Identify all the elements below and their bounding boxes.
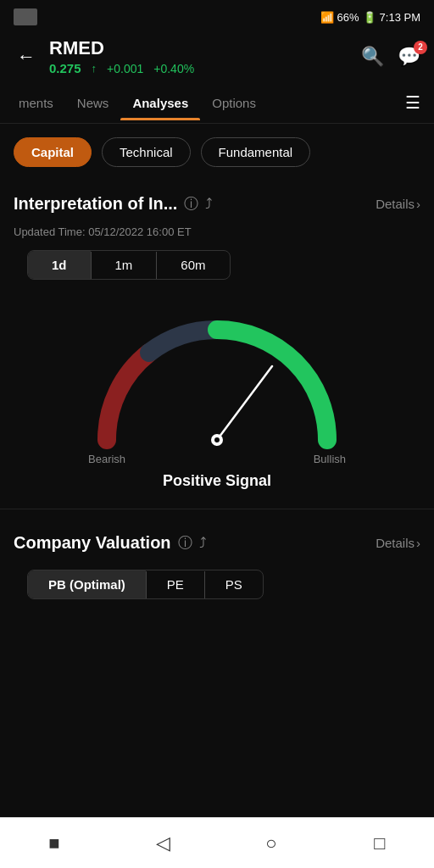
tab-menu-icon[interactable]: ☰: [398, 82, 427, 123]
valuation-share-icon[interactable]: ⤴: [199, 535, 207, 552]
nav-recent-button[interactable]: □: [359, 823, 400, 864]
gauge-signal: Positive Signal: [163, 472, 271, 490]
pill-capital[interactable]: Capital: [14, 137, 92, 167]
battery-icon: 🔋: [363, 11, 376, 24]
details-link[interactable]: Details ›: [376, 197, 420, 211]
valuation-title: Company Valuation: [14, 533, 171, 553]
signal-icon: 📶: [320, 11, 334, 24]
back-nav-icon: ◁: [156, 832, 170, 854]
pill-fundamental[interactable]: Fundamental: [201, 137, 311, 167]
valuation-section: Company Valuation ⓘ ⤴ Details ›: [0, 520, 434, 559]
time-btn-1m[interactable]: 1m: [92, 251, 157, 279]
recent-icon: □: [374, 832, 385, 854]
header-icons: 🔍 💬 2: [361, 46, 420, 68]
tab-options[interactable]: Options: [200, 86, 268, 120]
valuation-tabs: PB (Optimal) PE PS: [27, 570, 264, 599]
val-btn-ps[interactable]: PS: [205, 570, 263, 598]
monitor-icon: [14, 8, 37, 25]
time-buttons: 1d 1m 60m: [27, 250, 231, 280]
share-icon[interactable]: ⤴: [205, 196, 213, 213]
price-main: 0.275: [49, 61, 81, 75]
stop-icon: ■: [48, 832, 59, 854]
ticker-info: RMED 0.275 ↑ +0.001 +0.40%: [49, 37, 351, 75]
battery-level: 66%: [337, 11, 359, 24]
search-icon[interactable]: 🔍: [361, 46, 384, 68]
chevron-right-icon: ›: [416, 197, 420, 211]
valuation-title-row: Company Valuation ⓘ ⤴ Details ›: [14, 533, 420, 553]
bottom-nav: ■ ◁ ○ □: [0, 817, 434, 868]
nav-stop-button[interactable]: ■: [34, 823, 75, 864]
valuation-tabs-container: PB (Optimal) PE PS: [0, 570, 434, 599]
interpretation-title-row: Interpretation of In... ⓘ ⤴ Details ›: [14, 194, 420, 214]
notification-badge: 2: [414, 41, 427, 54]
updated-time: Updated Time: 05/12/2022 16:00 ET: [0, 225, 434, 238]
time-display: 7:13 PM: [380, 11, 420, 24]
time-period-container: 1d 1m 60m: [0, 250, 434, 280]
status-bar: 📶 66% 🔋 7:13 PM: [0, 0, 434, 31]
valuation-chevron-icon: ›: [416, 536, 420, 550]
valuation-details-link[interactable]: Details ›: [376, 536, 420, 550]
ticker-symbol: RMED: [49, 37, 351, 59]
svg-point-2: [214, 437, 220, 442]
time-btn-60m[interactable]: 60m: [157, 251, 229, 279]
valuation-info-icon[interactable]: ⓘ: [178, 533, 192, 553]
time-btn-1d[interactable]: 1d: [28, 251, 91, 279]
val-btn-pb[interactable]: PB (Optimal): [28, 570, 146, 598]
tab-movements[interactable]: ments: [7, 86, 65, 120]
interpretation-section: Interpretation of In... ⓘ ⤴ Details ›: [0, 181, 434, 220]
tab-analyses[interactable]: Analyses: [120, 86, 200, 120]
pill-technical[interactable]: Technical: [102, 137, 191, 167]
price-change: +0.001: [107, 62, 143, 75]
tab-news[interactable]: News: [65, 86, 121, 120]
price-pct: +0.40%: [153, 62, 194, 75]
back-button[interactable]: ←: [14, 42, 39, 71]
info-icon[interactable]: ⓘ: [184, 194, 198, 214]
home-icon: ○: [265, 832, 276, 854]
nav-home-button[interactable]: ○: [251, 823, 292, 864]
price-arrow: ↑: [92, 62, 97, 75]
section-divider: [0, 509, 434, 509]
bearish-label: Bearish: [81, 453, 125, 465]
tab-bar: ments News Analyses Options ☰: [0, 82, 434, 124]
bullish-label: Bullish: [314, 453, 353, 465]
svg-line-0: [217, 366, 272, 440]
chat-wrapper: 💬 2: [398, 46, 420, 68]
val-btn-pe[interactable]: PE: [147, 570, 204, 598]
gauge-container: Bearish Bullish Positive Signal: [0, 292, 434, 498]
header: ← RMED 0.275 ↑ +0.001 +0.40% 🔍 💬 2: [0, 31, 434, 82]
ticker-price-row: 0.275 ↑ +0.001 +0.40%: [49, 61, 351, 75]
gauge-labels: Bearish Bullish: [81, 453, 353, 465]
interpretation-title: Interpretation of In...: [14, 194, 177, 214]
gauge-chart: [81, 309, 353, 461]
nav-back-button[interactable]: ◁: [142, 823, 183, 864]
status-left: [14, 8, 37, 25]
filter-pills: Capital Technical Fundamental: [0, 124, 434, 181]
status-right: 📶 66% 🔋 7:13 PM: [320, 11, 420, 24]
